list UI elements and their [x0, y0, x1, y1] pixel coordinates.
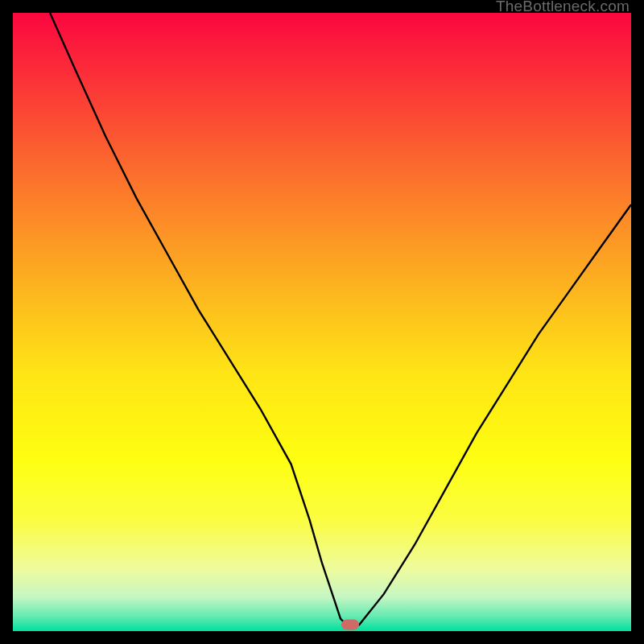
chart-frame: TheBottleneck.com	[0, 0, 644, 644]
bottleneck-curve	[13, 13, 631, 631]
plot-area	[13, 13, 631, 631]
optimal-marker	[341, 620, 359, 630]
